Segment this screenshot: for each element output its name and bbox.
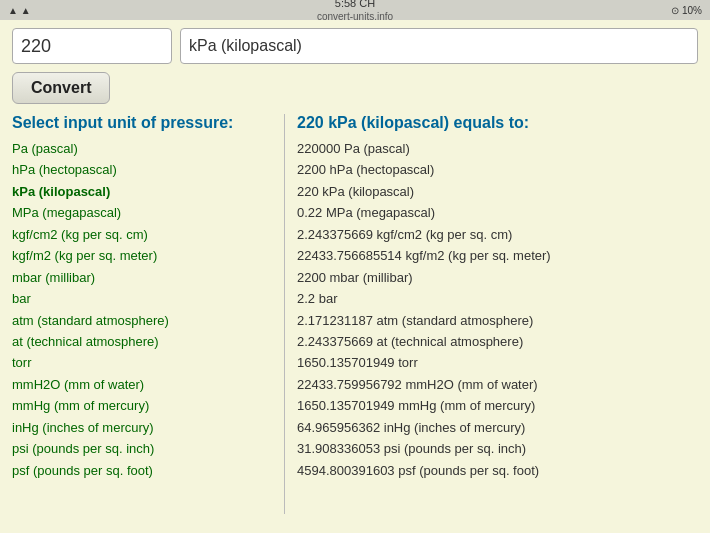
- unit-input[interactable]: [180, 28, 698, 64]
- unit-list-item[interactable]: inHg (inches of mercury): [12, 417, 272, 438]
- unit-list-item[interactable]: mmHg (mm of mercury): [12, 395, 272, 416]
- time-url-block: 5:58 CH convert-units.info: [317, 0, 393, 23]
- left-column-header: Select input unit of pressure:: [12, 114, 272, 132]
- result-list-item: 64.965956362 inHg (inches of mercury): [297, 417, 698, 438]
- input-row: [12, 28, 698, 64]
- column-divider: [284, 114, 285, 514]
- unit-list-item[interactable]: Pa (pascal): [12, 138, 272, 159]
- unit-list-item[interactable]: kgf/cm2 (kg per sq. cm): [12, 224, 272, 245]
- unit-list-item[interactable]: psf (pounds per sq. foot): [12, 460, 272, 481]
- battery-indicator: ⊙ 10%: [671, 5, 702, 16]
- left-column: Select input unit of pressure: Pa (pasca…: [12, 114, 272, 514]
- status-time: 5:58 CH: [317, 0, 393, 11]
- main-content: Convert Select input unit of pressure: P…: [0, 20, 710, 522]
- result-list-item: 2.243375669 kgf/cm2 (kg per sq. cm): [297, 224, 698, 245]
- result-list-item: 22433.759956792 mmH2O (mm of water): [297, 374, 698, 395]
- result-list-item: 2200 hPa (hectopascal): [297, 159, 698, 180]
- status-url: convert-units.info: [317, 11, 393, 23]
- result-list-item: 220 kPa (kilopascal): [297, 181, 698, 202]
- unit-list-item[interactable]: bar: [12, 288, 272, 309]
- status-bar: ▲ ▲ 5:58 CH convert-units.info ⊙ 10%: [0, 0, 710, 20]
- result-list-item: 4594.800391603 psf (pounds per sq. foot): [297, 460, 698, 481]
- convert-button[interactable]: Convert: [12, 72, 110, 104]
- result-list-item: 220000 Pa (pascal): [297, 138, 698, 159]
- result-list-item: 1650.135701949 mmHg (mm of mercury): [297, 395, 698, 416]
- result-list-item: 1650.135701949 torr: [297, 352, 698, 373]
- value-input[interactable]: [12, 28, 172, 64]
- columns-container: Select input unit of pressure: Pa (pasca…: [12, 114, 698, 514]
- unit-list-item[interactable]: atm (standard atmosphere): [12, 310, 272, 331]
- unit-list-item[interactable]: kPa (kilopascal): [12, 181, 272, 202]
- unit-list-item[interactable]: hPa (hectopascal): [12, 159, 272, 180]
- result-list-item: 0.22 MPa (megapascal): [297, 202, 698, 223]
- result-list: 220000 Pa (pascal)2200 hPa (hectopascal)…: [297, 138, 698, 481]
- result-list-item: 2200 mbar (millibar): [297, 267, 698, 288]
- unit-list-item[interactable]: kgf/m2 (kg per sq. meter): [12, 245, 272, 266]
- unit-list-item[interactable]: MPa (megapascal): [12, 202, 272, 223]
- result-list-item: 2.171231187 atm (standard atmosphere): [297, 310, 698, 331]
- unit-list-item[interactable]: at (technical atmosphere): [12, 331, 272, 352]
- result-list-item: 2.2 bar: [297, 288, 698, 309]
- result-list-item: 22433.756685514 kgf/m2 (kg per sq. meter…: [297, 245, 698, 266]
- signal-indicator: ▲ ▲: [8, 5, 31, 16]
- result-list-item: 31.908336053 psi (pounds per sq. inch): [297, 438, 698, 459]
- right-column-header: 220 kPa (kilopascal) equals to:: [297, 114, 698, 132]
- right-column: 220 kPa (kilopascal) equals to: 220000 P…: [297, 114, 698, 514]
- unit-list-item[interactable]: psi (pounds per sq. inch): [12, 438, 272, 459]
- unit-list-item[interactable]: torr: [12, 352, 272, 373]
- result-list-item: 2.243375669 at (technical atmosphere): [297, 331, 698, 352]
- unit-list-item[interactable]: mmH2O (mm of water): [12, 374, 272, 395]
- unit-list-item[interactable]: mbar (millibar): [12, 267, 272, 288]
- unit-list: Pa (pascal)hPa (hectopascal)kPa (kilopas…: [12, 138, 272, 481]
